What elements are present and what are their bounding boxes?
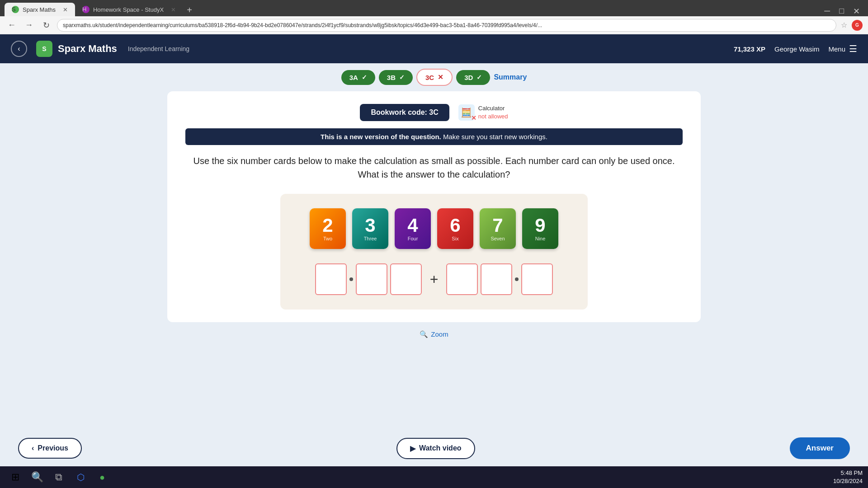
back-nav-button[interactable]: ‹ [11, 41, 27, 57]
back-arrow-icon: ‹ [18, 45, 20, 53]
tab-summary[interactable]: Summary [494, 73, 527, 81]
answer-box-3[interactable] [390, 263, 422, 295]
tab-3b[interactable]: 3B ✓ [379, 70, 413, 85]
start-button[interactable]: ⊞ [5, 467, 25, 487]
card-3-number: 3 [365, 216, 375, 235]
system-clock: 5:48 PM 10/28/2024 [833, 469, 863, 485]
menu-button[interactable]: Menu ☰ [828, 43, 857, 54]
card-7[interactable]: 7 Seven [480, 208, 516, 249]
tab-summary-label: Summary [494, 73, 527, 81]
time-display: 5:48 PM [833, 469, 863, 477]
answer-button[interactable]: Answer [790, 437, 850, 459]
tab-3c[interactable]: 3C ✕ [416, 69, 453, 86]
tab-3a[interactable]: 3A ✓ [341, 70, 375, 85]
tab-close-icon[interactable]: ✕ [63, 6, 68, 13]
calculator-label: Calculator [478, 104, 508, 113]
tab-sparx[interactable]: S Sparx Maths ✕ [5, 3, 75, 16]
plus-operator: + [430, 271, 439, 288]
profile-avatar[interactable]: G [852, 20, 863, 31]
new-tab-button[interactable]: + [183, 4, 196, 16]
previous-button[interactable]: ‹ Previous [18, 438, 82, 459]
check-3b-icon: ✓ [399, 74, 405, 81]
window-controls: ─ □ ✕ [821, 6, 863, 16]
check-3d-icon: ✓ [476, 74, 482, 81]
taskbar-right: 5:48 PM 10/28/2024 [833, 469, 863, 485]
refresh-button[interactable]: ↻ [40, 19, 52, 32]
card-3-word: Three [364, 236, 377, 241]
card-7-word: Seven [491, 236, 505, 241]
watch-video-button[interactable]: ▶ Watch video [396, 438, 475, 459]
card-4-number: 4 [407, 216, 418, 235]
bookwork-badge: Bookwork code: 3C [360, 104, 449, 121]
sparx-favicon: S [12, 6, 19, 13]
tab-studyx[interactable]: H Homework Space - StudyX ✕ [75, 3, 183, 16]
answer-box-5[interactable] [481, 263, 512, 295]
cards-area: 2 Two 3 Three 4 Four 6 Six 7 Seven [280, 194, 588, 310]
tab-studyx-label: Homework Space - StudyX [93, 6, 164, 13]
tab-3c-label: 3C [425, 74, 434, 81]
card-9-word: Nine [535, 236, 546, 241]
card-2[interactable]: 2 Two [310, 208, 346, 249]
x-3c-icon: ✕ [438, 73, 443, 81]
tab-close-studyx-icon[interactable]: ✕ [171, 6, 176, 13]
card-7-number: 7 [492, 216, 503, 235]
minimize-icon[interactable]: ─ [821, 6, 834, 16]
address-bar: ← → ↻ ☆ G [0, 16, 868, 34]
app-title: Sparx Maths [58, 43, 117, 55]
tab-3d[interactable]: 3D ✓ [456, 70, 490, 85]
taskview-button[interactable]: ⧉ [49, 467, 69, 487]
zoom-area[interactable]: 🔍 Zoom [420, 327, 448, 342]
back-button[interactable]: ← [5, 19, 18, 32]
bookmark-icon[interactable]: ☆ [841, 21, 847, 29]
date-display: 10/28/2024 [833, 477, 863, 485]
close-window-icon[interactable]: ✕ [849, 6, 863, 16]
answer-box-2[interactable] [356, 263, 387, 295]
taskbar-chrome[interactable]: ● [92, 467, 112, 487]
taskbar: ⊞ 🔍 ⧉ ⬡ ● 5:48 PM 10/28/2024 [0, 466, 868, 488]
watch-video-label: Watch video [419, 444, 462, 452]
menu-label: Menu [828, 45, 845, 53]
header-right: 71,323 XP George Wasim Menu ☰ [734, 43, 857, 54]
answer-box-4[interactable] [446, 263, 478, 295]
hamburger-icon: ☰ [849, 43, 857, 54]
card-4[interactable]: 4 Four [395, 208, 431, 249]
zoom-label: Zoom [431, 330, 448, 338]
browser-tab-bar: S Sparx Maths ✕ H Homework Space - Study… [0, 0, 868, 16]
card-9[interactable]: 9 Nine [522, 208, 558, 249]
previous-arrow-icon: ‹ [32, 444, 34, 452]
search-taskbar-button[interactable]: 🔍 [27, 467, 47, 487]
number-cards-row: 2 Two 3 Three 4 Four 6 Six 7 Seven [310, 208, 558, 249]
answer-boxes-row: + [315, 263, 553, 295]
content-wrapper: Bookwork code: 3C 🧮 ✕ Calculator not all… [0, 91, 868, 430]
tab-3b-label: 3B [387, 74, 396, 81]
card-3[interactable]: 3 Three [352, 208, 388, 249]
question-text: Use the six number cards below to make t… [185, 154, 683, 181]
card-4-word: Four [408, 236, 418, 241]
card-6-word: Six [452, 236, 458, 241]
answer-label: Answer [806, 444, 834, 452]
address-input[interactable] [57, 19, 836, 32]
maximize-icon[interactable]: □ [835, 6, 848, 16]
card-2-word: Two [323, 236, 332, 241]
banner-text: Make sure you start new workings. [443, 133, 547, 141]
card-9-number: 9 [535, 216, 545, 235]
calculator-status: 🧮 ✕ Calculator not allowed [458, 104, 508, 121]
answer-box-1[interactable] [315, 263, 347, 295]
bottom-toolbar: ‹ Previous ▶ Watch video Answer [0, 430, 868, 466]
card-6[interactable]: 6 Six [437, 208, 473, 249]
decimal-dot-1 [349, 277, 353, 281]
decimal-dot-2 [515, 277, 519, 281]
forward-button[interactable]: → [23, 19, 35, 32]
calculator-icon: 🧮 ✕ [458, 104, 475, 121]
tab-3a-label: 3A [349, 74, 358, 81]
content-card: Bookwork code: 3C 🧮 ✕ Calculator not all… [167, 91, 701, 322]
card-2-number: 2 [322, 216, 333, 235]
tab-3d-label: 3D [464, 74, 473, 81]
user-name: George Wasim [774, 45, 819, 53]
answer-box-6[interactable] [521, 263, 553, 295]
xp-display: 71,323 XP [734, 45, 765, 53]
zoom-icon: 🔍 [420, 330, 428, 338]
calculator-sublabel: not allowed [478, 113, 508, 120]
taskbar-edge[interactable]: ⬡ [71, 467, 90, 487]
sparx-logo-icon: S [36, 41, 52, 57]
